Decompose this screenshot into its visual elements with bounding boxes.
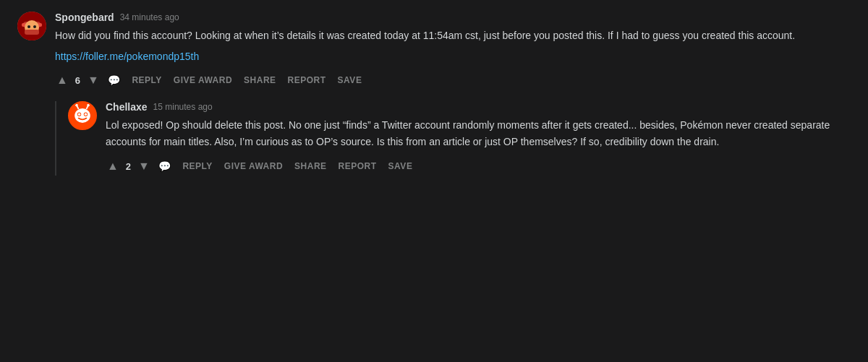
chat-icon: 💬 (158, 160, 171, 172)
vote-count: 2 (123, 161, 134, 172)
comment-text: Lol exposed! Op should delete this post.… (106, 117, 851, 150)
comment-username: Chellaxe (106, 101, 148, 113)
svg-point-15 (78, 113, 81, 116)
reply-button[interactable]: Reply (127, 72, 166, 88)
report-button[interactable]: Report (284, 72, 331, 88)
svg-point-5 (33, 25, 36, 28)
comment-body-chellaxe: Chellaxe 15 minutes ago Lol exposed! Op … (106, 101, 851, 176)
comment-header: Chellaxe 15 minutes ago (106, 101, 851, 113)
reply-button[interactable]: Reply (178, 158, 216, 174)
avatar (17, 12, 46, 40)
share-button[interactable]: Share (239, 72, 281, 88)
svg-rect-6 (25, 30, 39, 35)
svg-point-10 (75, 104, 78, 107)
upvote-button[interactable]: ▲ (106, 157, 120, 176)
give-award-button[interactable]: Give Award (169, 72, 237, 88)
comment-icon-button[interactable]: 💬 (103, 72, 125, 89)
downvote-button[interactable]: ▼ (86, 71, 101, 90)
save-button[interactable]: Save (333, 72, 367, 88)
svg-point-12 (87, 104, 90, 107)
vote-count: 6 (72, 75, 83, 86)
action-bar: ▲ 2 ▼ 💬 Reply Give Award Share Report Sa… (106, 157, 851, 176)
chat-icon: 💬 (108, 74, 121, 86)
share-button[interactable]: Share (290, 158, 331, 174)
give-award-button[interactable]: Give Award (220, 158, 287, 174)
svg-point-8 (75, 108, 90, 123)
save-button[interactable]: Save (384, 158, 417, 174)
comment-header: Spongebard 34 minutes ago (55, 12, 851, 23)
comment-timestamp: 15 minutes ago (153, 102, 213, 112)
comment-text: How did you find this account? Looking a… (55, 27, 851, 43)
downvote-button[interactable]: ▼ (137, 157, 151, 176)
comment-link[interactable]: https://foller.me/pokemondp15th (55, 51, 851, 62)
nested-comment-chellaxe: Chellaxe 15 minutes ago Lol exposed! Op … (55, 101, 851, 176)
report-button[interactable]: Report (334, 158, 381, 174)
comment-spongebard: Spongebard 34 minutes ago How did you fi… (17, 12, 851, 90)
comment-icon-button[interactable]: 💬 (154, 158, 176, 175)
comment-body-spongebard: Spongebard 34 minutes ago How did you fi… (55, 12, 851, 90)
action-bar: ▲ 6 ▼ 💬 Reply Give Award Share Report Sa… (55, 71, 851, 90)
comment-username: Spongebard (55, 12, 114, 23)
svg-point-4 (27, 25, 30, 28)
avatar (68, 101, 97, 130)
svg-point-16 (85, 113, 88, 116)
comment-timestamp: 34 minutes ago (120, 12, 179, 22)
upvote-button[interactable]: ▲ (55, 71, 69, 90)
comment-chellaxe: Chellaxe 15 minutes ago Lol exposed! Op … (68, 101, 851, 176)
